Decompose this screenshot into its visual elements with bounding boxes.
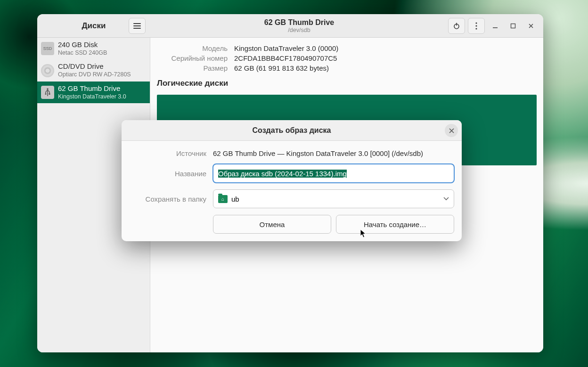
source-label: Источник [129, 149, 206, 157]
sidebar-item-thumb-drive[interactable]: 62 GB Thumb Drive Kingston DataTraveler … [37, 82, 150, 103]
svg-rect-1 [456, 23, 457, 25]
close-icon [449, 128, 454, 133]
svg-point-7 [47, 88, 49, 90]
info-row: Размер 62 GB (61 991 813 632 bytes) [157, 63, 537, 73]
svg-point-2 [475, 22, 477, 24]
name-label: Название [129, 170, 206, 178]
disc-icon [41, 64, 54, 77]
kebab-icon [475, 22, 477, 30]
titlebar: Диски 62 GB Thumb Drive /dev/sdb [37, 14, 543, 38]
svg-rect-6 [511, 24, 515, 28]
info-value: 62 GB (61 991 813 632 bytes) [234, 63, 329, 73]
titlebar-right [448, 14, 543, 37]
device-item-title: CD/DVD Drive [58, 62, 131, 71]
hamburger-icon [133, 23, 141, 29]
info-label: Серийный номер [157, 53, 228, 63]
info-label: Размер [157, 63, 228, 73]
dialog-title: Создать образ диска [253, 126, 331, 135]
power-button[interactable] [448, 18, 465, 34]
titlebar-left: Диски [37, 14, 150, 37]
dialog-close-button[interactable] [445, 124, 458, 137]
folder-label: Сохранять в папку [129, 195, 206, 203]
info-value: Kingston DataTraveler 3.0 (0000) [234, 43, 338, 53]
sidebar-item-dvd[interactable]: CD/DVD Drive Optiarc DVD RW AD-7280S [37, 59, 150, 81]
form-row-name: Название [129, 164, 454, 183]
device-info: Модель Kingston DataTraveler 3.0 (0000) … [157, 43, 537, 73]
dialog-buttons: Отмена Начать создание… [213, 215, 454, 234]
maximize-button[interactable] [506, 19, 521, 33]
form-row-folder: Сохранять в папку ⌂ ub [129, 189, 454, 208]
minimize-icon [492, 23, 498, 29]
app-title: Диски [82, 21, 106, 31]
close-icon [528, 23, 534, 29]
volumes-title: Логические диски [157, 79, 537, 88]
folder-value: ub [231, 195, 239, 203]
svg-point-8 [45, 93, 47, 95]
device-item-title: 62 GB Thumb Drive [58, 84, 126, 93]
create-disk-image-dialog: Создать образ диска Источник 62 GB Thumb… [122, 120, 462, 241]
device-item-sub: Optiarc DVD RW AD-7280S [58, 71, 131, 79]
svg-point-4 [475, 28, 477, 29]
folder-select[interactable]: ⌂ ub [213, 189, 454, 208]
cancel-button[interactable]: Отмена [213, 215, 331, 234]
sidebar-item-ssd[interactable]: SSD 240 GB Disk Netac SSD 240GB [37, 38, 150, 59]
device-path: /dev/sdb [288, 27, 310, 33]
power-icon [453, 22, 460, 30]
kebab-menu-button[interactable] [468, 18, 485, 34]
form-row-source: Источник 62 GB Thumb Drive — Kingston Da… [129, 149, 454, 157]
maximize-icon [510, 23, 516, 29]
filename-input[interactable] [213, 164, 454, 183]
chevron-down-icon [443, 197, 449, 201]
info-row: Серийный номер 2CFDA1BBB4CF1780490707C5 [157, 53, 537, 63]
ssd-icon: SSD [41, 42, 54, 55]
svg-point-3 [475, 25, 477, 26]
svg-rect-9 [49, 93, 50, 95]
hamburger-menu-button[interactable] [129, 18, 146, 34]
dialog-body: Источник 62 GB Thumb Drive — Kingston Da… [122, 141, 462, 241]
titlebar-center: 62 GB Thumb Drive /dev/sdb [150, 14, 448, 37]
svg-rect-5 [493, 27, 498, 28]
device-title: 62 GB Thumb Drive [264, 18, 334, 27]
dialog-header: Создать образ диска [122, 120, 462, 141]
info-label: Модель [157, 43, 228, 53]
start-create-button[interactable]: Начать создание… [336, 215, 454, 234]
close-button[interactable] [523, 19, 539, 33]
usb-icon [41, 86, 54, 99]
info-row: Модель Kingston DataTraveler 3.0 (0000) [157, 43, 537, 53]
home-folder-icon: ⌂ [218, 195, 228, 203]
info-value: 2CFDA1BBB4CF1780490707C5 [234, 53, 337, 63]
device-item-title: 240 GB Disk [58, 41, 107, 49]
device-item-sub: Kingston DataTraveler 3.0 [58, 93, 126, 101]
source-value: 62 GB Thumb Drive — Kingston DataTravele… [213, 149, 454, 157]
device-item-sub: Netac SSD 240GB [58, 49, 107, 57]
minimize-button[interactable] [488, 19, 503, 33]
